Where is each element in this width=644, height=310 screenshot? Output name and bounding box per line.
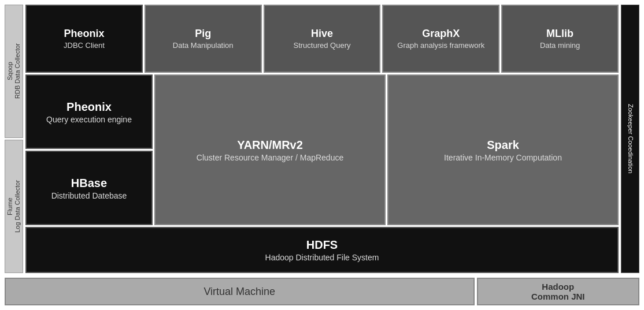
top-row: Pheonix JDBC Client Pig Data Manipulatio… [25, 5, 619, 73]
flume-label: FlumeLog Data Collector [5, 140, 23, 273]
hive-top-box: Hive Structured Query [264, 5, 381, 73]
yarn-subtitle: Cluster Resource Manager / MapReduce [197, 153, 343, 162]
pheonix-box: Pheonix Query execution engine [25, 74, 153, 149]
pheonix-subtitle: Query execution engine [46, 115, 132, 124]
spark-subtitle: Iterative In-Memory Computation [444, 153, 562, 162]
graphx-top-subtitle: Graph analysis framework [397, 41, 484, 50]
right-column: YARN/MRv2 Cluster Resource Manager / Map… [154, 74, 619, 225]
sqoop-text: SqoopRDB Data Collector [6, 44, 21, 99]
pheonix-top-title: Pheonix [64, 28, 104, 40]
zookeeper-label: Zookeeper Cooedination [621, 5, 639, 273]
hbase-title: HBase [71, 176, 107, 190]
pheonix-top-subtitle: JDBC Client [64, 41, 105, 50]
spark-title: Spark [487, 138, 519, 152]
pheonix-top-box: Pheonix JDBC Client [25, 5, 143, 73]
hbase-box: HBase Distributed Datebase [25, 151, 153, 225]
zookeeper-text: Zookeeper Cooedination [626, 104, 634, 173]
left-column: Pheonix Query execution engine HBase Dis… [25, 74, 153, 225]
hadoop-line1: Hadoop [542, 282, 574, 292]
sqoop-label: SqoopRDB Data Collector [5, 5, 23, 138]
hive-top-subtitle: Structured Query [293, 41, 350, 50]
hive-top-title: Hive [311, 28, 333, 40]
hdfs-title: HDFS [306, 238, 338, 252]
pig-top-title: Pig [195, 28, 211, 40]
bottom-row: Virtual Machine Hadoop Common JNI [0, 275, 644, 310]
mllib-top-subtitle: Data mining [540, 41, 580, 50]
hdfs-row: HDFS Hadoop Distributed File System [25, 227, 619, 273]
vm-box: Virtual Machine [5, 278, 475, 305]
spark-box: Spark Iterative In-Memory Computation [387, 74, 619, 225]
hadoop-box: Hadoop Common JNI [477, 278, 640, 305]
pheonix-title: Pheonix [66, 100, 112, 114]
main-wrapper: SqoopRDB Data Collector FlumeLog Data Co… [0, 0, 644, 275]
hbase-subtitle: Distributed Datebase [51, 191, 127, 200]
vm-label: Virtual Machine [203, 286, 275, 298]
middle-area: Pheonix Query execution engine HBase Dis… [25, 74, 619, 225]
hdfs-subtitle: Hadoop Distributed File System [265, 253, 379, 262]
pig-top-box: Pig Data Manipulation [145, 5, 262, 73]
yarn-title: YARN/MRv2 [237, 138, 303, 152]
mllib-top-title: MLlib [546, 28, 573, 40]
pig-top-subtitle: Data Manipulation [173, 41, 234, 50]
mllib-top-box: MLlib Data mining [501, 5, 619, 73]
flume-text: FlumeLog Data Collector [6, 180, 21, 233]
left-labels: SqoopRDB Data Collector FlumeLog Data Co… [5, 5, 23, 273]
yarn-box: YARN/MRv2 Cluster Resource Manager / Map… [154, 74, 386, 225]
graphx-top-box: GraphX Graph analysis framework [382, 5, 499, 73]
hadoop-line2: Common JNI [531, 292, 585, 301]
center-content: Pheonix JDBC Client Pig Data Manipulatio… [25, 5, 619, 273]
right-labels: Zookeeper Cooedination [621, 5, 639, 273]
graphx-top-title: GraphX [422, 28, 460, 40]
